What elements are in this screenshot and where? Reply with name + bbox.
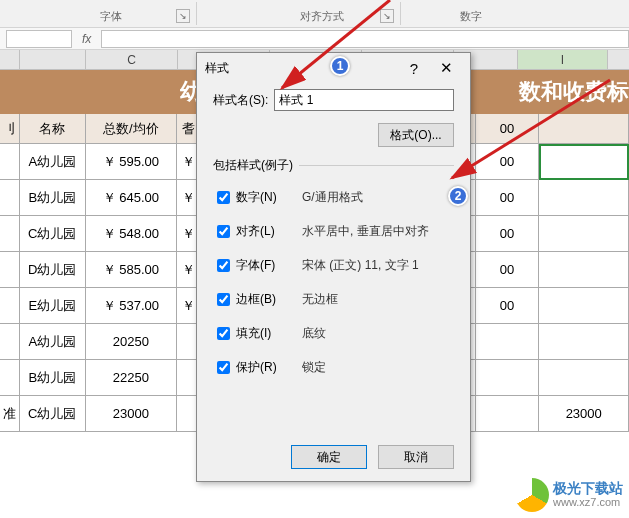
align-dialog-launcher[interactable]: ↘ xyxy=(380,9,394,23)
title-right: 数和收费标 xyxy=(519,70,629,114)
col-h-i[interactable]: I xyxy=(518,50,608,69)
badge-2: 2 xyxy=(448,186,468,206)
chk-number[interactable]: 数字(N) G/通用格式 xyxy=(213,180,454,214)
chk-border[interactable]: 边框(B) 无边框 xyxy=(213,282,454,316)
ribbon-group-align: 对齐方式 xyxy=(300,9,344,24)
chk-protect-box[interactable] xyxy=(217,361,230,374)
chk-protect[interactable]: 保护(R) 锁定 xyxy=(213,350,454,384)
chk-border-box[interactable] xyxy=(217,293,230,306)
cell-name[interactable]: A幼儿园 xyxy=(20,144,86,180)
cell-price[interactable]: ￥ 595.00 xyxy=(86,144,178,180)
format-button[interactable]: 格式(O)... xyxy=(378,123,454,147)
ribbon-group-font: 字体 xyxy=(100,9,122,24)
divider xyxy=(299,165,454,166)
watermark: 极光下载站 www.xz7.com xyxy=(515,478,623,512)
dialog-title: 样式 xyxy=(205,60,229,77)
ribbon-group-number: 数字 xyxy=(460,9,482,24)
col-h-b[interactable] xyxy=(20,50,86,69)
hdr-c0: 刂 xyxy=(0,114,20,144)
watermark-url: www.xz7.com xyxy=(553,495,623,509)
ok-button[interactable]: 确定 xyxy=(291,445,367,469)
cancel-button[interactable]: 取消 xyxy=(378,445,454,469)
formula-input[interactable] xyxy=(101,30,629,48)
include-style-label: 包括样式(例子) xyxy=(213,157,293,174)
col-h-blank[interactable] xyxy=(0,50,20,69)
hdr-c8 xyxy=(539,114,629,144)
badge-1: 1 xyxy=(330,56,350,76)
hdr-total: 总数/均价 xyxy=(86,114,178,144)
help-button[interactable]: ? xyxy=(398,56,430,80)
style-dialog: 样式 ? ✕ 样式名(S): 格式(O)... 包括样式(例子) 数字(N) G… xyxy=(196,52,471,482)
col-h-c[interactable]: C xyxy=(86,50,178,69)
watermark-name: 极光下载站 xyxy=(553,481,623,495)
style-name-input[interactable] xyxy=(274,89,454,111)
ribbon-sep-2 xyxy=(400,2,401,25)
chk-font-box[interactable] xyxy=(217,259,230,272)
chk-fill-box[interactable] xyxy=(217,327,230,340)
chk-font[interactable]: 字体(F) 宋体 (正文) 11, 文字 1 xyxy=(213,248,454,282)
formula-bar: fx xyxy=(0,28,629,50)
style-name-label: 样式名(S): xyxy=(213,92,268,109)
ribbon: 字体 ↘ 对齐方式 ↘ 数字 xyxy=(0,0,629,28)
ribbon-sep xyxy=(196,2,197,25)
chk-align-box[interactable] xyxy=(217,225,230,238)
chk-align[interactable]: 对齐(L) 水平居中, 垂直居中对齐 xyxy=(213,214,454,248)
hdr-name: 名称 xyxy=(20,114,86,144)
fx-label[interactable]: fx xyxy=(82,32,91,46)
chk-number-box[interactable] xyxy=(217,191,230,204)
close-button[interactable]: ✕ xyxy=(430,56,462,80)
name-box[interactable] xyxy=(6,30,72,48)
watermark-icon xyxy=(515,478,549,512)
chk-fill[interactable]: 填充(I) 底纹 xyxy=(213,316,454,350)
font-dialog-launcher[interactable]: ↘ xyxy=(176,9,190,23)
hdr-c7: 00 xyxy=(476,114,540,144)
active-cell[interactable] xyxy=(539,144,629,180)
